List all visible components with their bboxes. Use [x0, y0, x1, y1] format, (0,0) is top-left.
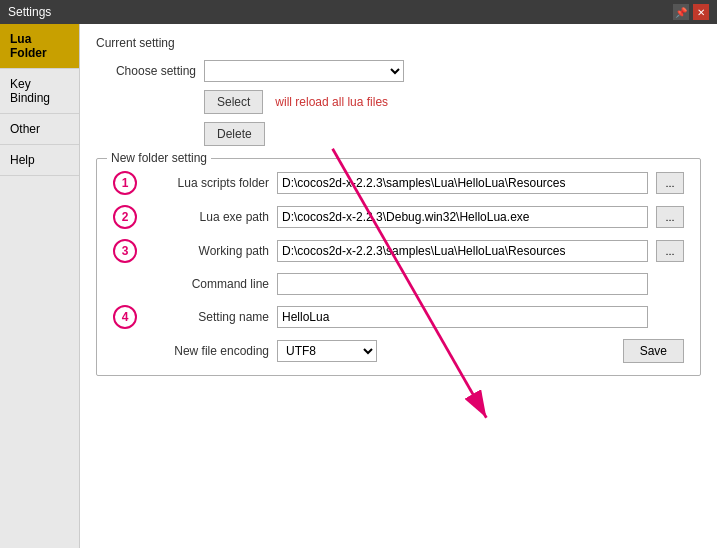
lua-exe-path-row: 2 Lua exe path ...	[113, 205, 684, 229]
content-area: Current setting Choose setting Select wi…	[80, 24, 717, 548]
lua-scripts-folder-label: Lua scripts folder	[149, 176, 269, 190]
command-line-label: Command line	[149, 277, 269, 291]
command-line-row: Command line	[113, 273, 684, 295]
sidebar-item-key-binding[interactable]: Key Binding	[0, 69, 79, 114]
working-path-input[interactable]	[277, 240, 648, 262]
choose-setting-label: Choose setting	[96, 64, 196, 78]
step-1-circle: 1	[113, 171, 137, 195]
close-button[interactable]: ✕	[693, 4, 709, 20]
command-line-input[interactable]	[277, 273, 648, 295]
window-title: Settings	[8, 5, 51, 19]
new-folder-section-title: New folder setting	[107, 151, 211, 165]
delete-row: Delete	[96, 122, 701, 146]
step-3-circle: 3	[113, 239, 137, 263]
sidebar-item-lua-folder[interactable]: Lua Folder	[0, 24, 79, 69]
sidebar: Lua Folder Key Binding Other Help	[0, 24, 80, 548]
select-button[interactable]: Select	[204, 90, 263, 114]
step-4-circle: 4	[113, 305, 137, 329]
lua-scripts-browse-button[interactable]: ...	[656, 172, 684, 194]
new-folder-section: New folder setting 1 Lua scripts folder …	[96, 158, 701, 376]
setting-name-label: Setting name	[149, 310, 269, 324]
sidebar-item-help[interactable]: Help	[0, 145, 79, 176]
pin-button[interactable]: 📌	[673, 4, 689, 20]
delete-button[interactable]: Delete	[204, 122, 265, 146]
setting-name-row: 4 Setting name	[113, 305, 684, 329]
working-path-row: 3 Working path ...	[113, 239, 684, 263]
settings-window: Settings 📌 ✕ Lua Folder Key Binding Othe…	[0, 0, 717, 548]
title-bar-controls: 📌 ✕	[673, 4, 709, 20]
save-button[interactable]: Save	[623, 339, 684, 363]
reload-hint: will reload all lua files	[275, 95, 388, 109]
setting-name-input[interactable]	[277, 306, 648, 328]
lua-exe-path-label: Lua exe path	[149, 210, 269, 224]
lua-exe-browse-button[interactable]: ...	[656, 206, 684, 228]
bottom-row: New file encoding UTF8 UTF16 ANSI Save	[113, 339, 684, 363]
lua-exe-path-input[interactable]	[277, 206, 648, 228]
new-file-encoding-label: New file encoding	[149, 344, 269, 358]
lua-scripts-folder-input[interactable]	[277, 172, 648, 194]
working-path-label: Working path	[149, 244, 269, 258]
working-path-browse-button[interactable]: ...	[656, 240, 684, 262]
encoding-dropdown[interactable]: UTF8 UTF16 ANSI	[277, 340, 377, 362]
lua-scripts-folder-row: 1 Lua scripts folder ...	[113, 171, 684, 195]
current-setting-title: Current setting	[96, 36, 701, 50]
sidebar-item-other[interactable]: Other	[0, 114, 79, 145]
choose-setting-row: Choose setting	[96, 60, 701, 82]
choose-setting-dropdown[interactable]	[204, 60, 404, 82]
title-bar: Settings 📌 ✕	[0, 0, 717, 24]
main-content: Lua Folder Key Binding Other Help Curren…	[0, 24, 717, 548]
step-2-circle: 2	[113, 205, 137, 229]
select-row: Select will reload all lua files	[96, 90, 701, 114]
